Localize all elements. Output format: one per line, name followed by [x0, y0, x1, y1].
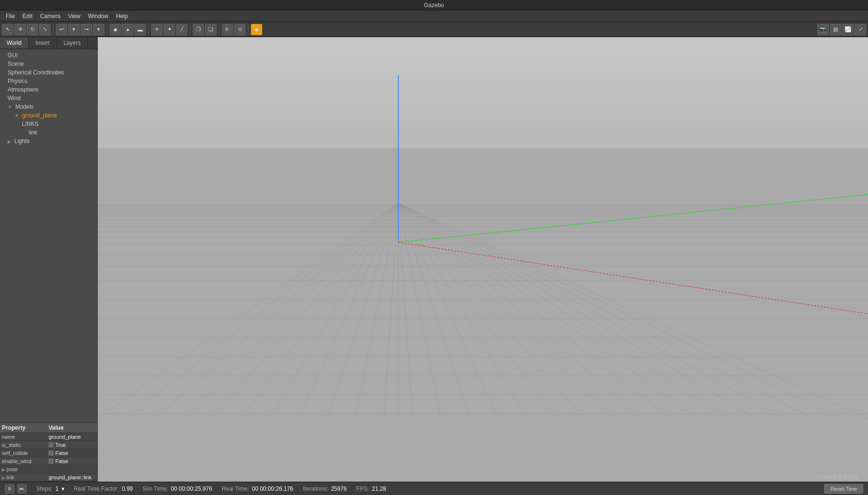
menu-camera[interactable]: Camera [36, 12, 64, 21]
sep2 [107, 25, 107, 34]
world-tree: GUI Scene Spherical Coordinates Physics … [0, 49, 97, 423]
tree-item-wind[interactable]: Wind [0, 94, 97, 103]
prop-col1-header: Property [2, 424, 49, 431]
step-button[interactable]: ⏭ [17, 484, 27, 494]
orange-btn[interactable]: ■ [251, 24, 262, 35]
window-title: Gazebo [424, 2, 444, 9]
steps-status: Steps: 1 ▾ [36, 485, 64, 492]
tree-label-scene: Scene [8, 61, 24, 67]
prop-col2-header: Value [49, 424, 95, 431]
tree-item-physics[interactable]: Physics [0, 77, 97, 85]
translate-tool-btn[interactable]: ✛ [14, 24, 26, 35]
steps-label: Steps: [36, 485, 52, 492]
menu-edit[interactable]: Edit [19, 12, 36, 21]
lights-arrow: ▶ [8, 139, 11, 144]
tree-label-lights: Lights [14, 138, 30, 144]
cylinder-btn[interactable]: ▬ [134, 24, 146, 35]
property-panel: Property Value name ground_plane is_stat… [0, 423, 97, 482]
iterations-label: Iterations: [303, 485, 328, 492]
steps-arrow: ▾ [62, 485, 64, 492]
screenshot-btn[interactable]: 📷 [817, 24, 829, 35]
models-arrow: ▼ [8, 104, 12, 110]
tree-label-atmosphere: Atmosphere [8, 86, 39, 93]
reset-time-button[interactable]: Reset Time [824, 484, 863, 494]
sep6 [248, 25, 248, 34]
snap-btn[interactable]: ⊙ [234, 24, 246, 35]
prop-row-self-collide[interactable]: self_collide False [0, 449, 97, 457]
tree-label-links: LINKS [22, 121, 39, 127]
is-static-checkbox[interactable] [49, 443, 53, 447]
tab-world[interactable]: World [0, 37, 29, 49]
real-time-status: Real Time: 00 00:00:26.176 [222, 485, 293, 492]
tree-label-wind: Wind [8, 95, 21, 102]
tree-item-spherical[interactable]: Spherical Coordinates [0, 68, 97, 77]
self-collide-checkbox[interactable] [49, 451, 53, 455]
enable-wind-checkbox[interactable] [49, 459, 53, 464]
directional-light-btn[interactable]: ☀ [151, 24, 163, 35]
menu-view[interactable]: View [64, 12, 84, 21]
sphere-btn[interactable]: ● [122, 24, 134, 35]
tree-item-scene[interactable]: Scene [0, 60, 97, 68]
tree-item-links[interactable]: LINKS [0, 120, 97, 128]
menu-file[interactable]: File [2, 12, 19, 21]
tree-label-spherical: Spherical Coordinates [8, 69, 64, 76]
undo-btn[interactable]: ↩ [56, 24, 67, 35]
menu-window[interactable]: Window [84, 12, 113, 21]
tree-item-models[interactable]: ▼ Models [0, 103, 97, 111]
prop-row-name: name ground_plane [0, 433, 97, 441]
real-time-value: 00 00:00:26.176 [252, 485, 293, 492]
tree-label-physics: Physics [8, 78, 27, 84]
plot-btn[interactable]: 📈 [842, 24, 854, 35]
pause-button[interactable]: ⏸ [5, 484, 14, 494]
sep3 [148, 25, 149, 34]
real-time-label: Real Time: [222, 485, 249, 492]
box-btn[interactable]: ■ [110, 24, 121, 35]
prop-row-pose[interactable]: pose [0, 465, 97, 474]
redo-btn[interactable]: ↪ [81, 24, 92, 35]
prop-key-name: name [2, 434, 49, 440]
tree-item-atmosphere[interactable]: Atmosphere [0, 85, 97, 94]
prop-key-link: link [2, 474, 49, 480]
menu-help[interactable]: Help [112, 12, 132, 21]
expand-btn[interactable]: ⤢ [855, 24, 866, 35]
tree-label-link: link [29, 129, 37, 136]
ground-area [98, 148, 868, 482]
spot-light-btn[interactable]: ╱ [176, 24, 187, 35]
fps-label: FPS: [356, 485, 369, 492]
prop-row-enable-wind[interactable]: enable_wind False [0, 457, 97, 465]
save-camera-btn[interactable]: ❒ [193, 24, 204, 35]
sim-time-value: 00 00:00:25.976 [171, 485, 212, 492]
pause-control: ⏸ ⏭ [5, 484, 27, 494]
prop-value-name: ground_plane [49, 434, 95, 440]
tab-layers[interactable]: Layers [57, 37, 88, 49]
cursor-tool-btn[interactable]: ↖ [2, 24, 13, 35]
scale-tool-btn[interactable]: ⤡ [39, 24, 51, 35]
viewport[interactable] [98, 37, 868, 482]
prop-value-self-collide: False [49, 450, 95, 456]
tree-label-models: Models [15, 103, 34, 110]
prop-row-link[interactable]: link ground_plane::link [0, 474, 97, 482]
prop-row-is-static[interactable]: is_static True [0, 441, 97, 449]
prop-key-self-collide: self_collide [2, 450, 49, 456]
fps-status: FPS: 21.28 [356, 485, 386, 492]
tree-item-ground-plane[interactable]: ▼ ground_plane [0, 111, 97, 120]
prop-value-is-static: True [49, 442, 95, 448]
tree-item-link[interactable]: link [0, 128, 97, 137]
prop-header: Property Value [0, 423, 97, 433]
tab-insert[interactable]: Insert [29, 37, 57, 49]
tree-item-gui[interactable]: GUI [0, 51, 97, 60]
statusbar: ⏸ ⏭ Steps: 1 ▾ Real Time Factor: 0.99 Si… [0, 482, 868, 495]
log-btn[interactable]: ▤ [830, 24, 841, 35]
tree-item-lights[interactable]: ▶ Lights [0, 137, 97, 145]
undo-arrow-btn[interactable]: ▾ [68, 24, 80, 35]
point-light-btn[interactable]: ✦ [164, 24, 175, 35]
align-btn[interactable]: ⊪ [222, 24, 233, 35]
prop-key-enable-wind: enable_wind [2, 458, 49, 464]
iterations-value: 25976 [331, 485, 347, 492]
rotate-tool-btn[interactable]: ↻ [27, 24, 38, 35]
watermark: CSDN @星影流程 [816, 474, 858, 481]
load-camera-btn[interactable]: ❏ [205, 24, 217, 35]
tree-label-gui: GUI [8, 52, 18, 59]
redo-arrow-btn[interactable]: ▾ [93, 24, 104, 35]
sep1 [53, 25, 53, 34]
